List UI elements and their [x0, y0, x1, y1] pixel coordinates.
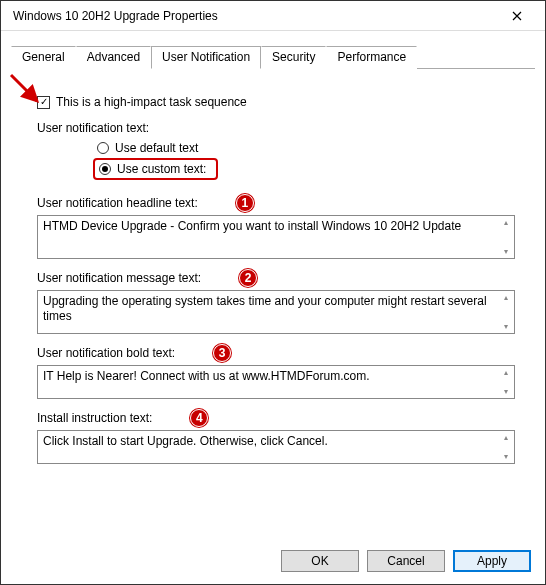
ok-button[interactable]: OK — [281, 550, 359, 572]
bold-textarea[interactable]: IT Help is Nearer! Connect with us at ww… — [37, 365, 515, 399]
install-text-value: Click Install to start Upgrade. Otherwis… — [38, 431, 497, 463]
window-title: Windows 10 20H2 Upgrade Properties — [13, 9, 497, 23]
install-label: Install instruction text: — [37, 411, 152, 425]
bold-text-value: IT Help is Nearer! Connect with us at ww… — [38, 366, 497, 398]
scroll-up-icon[interactable]: ▴ — [504, 293, 508, 302]
section-message: User notification message text: 2 Upgrad… — [37, 269, 515, 334]
badge-4: 4 — [190, 409, 208, 427]
tab-advanced[interactable]: Advanced — [76, 46, 151, 69]
titlebar: Windows 10 20H2 Upgrade Properties — [1, 1, 545, 31]
tab-security[interactable]: Security — [261, 46, 326, 69]
radio-default-text[interactable] — [97, 142, 109, 154]
section-bold: User notification bold text: 3 IT Help i… — [37, 344, 515, 399]
scroll-down-icon[interactable]: ▾ — [504, 322, 508, 331]
tab-general[interactable]: General — [11, 46, 76, 69]
scroll-down-icon[interactable]: ▾ — [504, 247, 508, 256]
radio-custom-text-label: Use custom text: — [117, 162, 206, 176]
scroll-up-icon[interactable]: ▴ — [504, 218, 508, 227]
cancel-button[interactable]: Cancel — [367, 550, 445, 572]
radio-custom-text[interactable] — [99, 163, 111, 175]
section-install: Install instruction text: 4 Click Instal… — [37, 409, 515, 464]
scroll-down-icon[interactable]: ▾ — [504, 387, 508, 396]
high-impact-label: This is a high-impact task sequence — [56, 95, 247, 109]
headline-text-value: HTMD Device Upgrade - Confirm you want t… — [38, 216, 497, 258]
headline-textarea[interactable]: HTMD Device Upgrade - Confirm you want t… — [37, 215, 515, 259]
badge-1: 1 — [236, 194, 254, 212]
annotation-arrow-icon — [9, 73, 43, 107]
scrollbar[interactable]: ▴ ▾ — [497, 291, 514, 333]
notification-text-heading: User notification text: — [37, 121, 515, 135]
radio-custom-text-highlight: Use custom text: — [93, 158, 218, 180]
high-impact-row: ✓ This is a high-impact task sequence — [37, 95, 515, 109]
tab-user-notification[interactable]: User Notification — [151, 46, 261, 69]
radio-default-text-label: Use default text — [115, 141, 198, 155]
scrollbar[interactable]: ▴ ▾ — [497, 216, 514, 258]
radio-dot-icon — [102, 166, 108, 172]
scrollbar[interactable]: ▴ ▾ — [497, 366, 514, 398]
message-label: User notification message text: — [37, 271, 201, 285]
tab-strip: General Advanced User Notification Secur… — [11, 45, 535, 69]
message-text-value: Upgrading the operating system takes tim… — [38, 291, 497, 333]
bold-label: User notification bold text: — [37, 346, 175, 360]
message-textarea[interactable]: Upgrading the operating system takes tim… — [37, 290, 515, 334]
dialog-window: Windows 10 20H2 Upgrade Properties Gener… — [0, 0, 546, 585]
close-button[interactable] — [497, 2, 537, 30]
headline-label: User notification headline text: — [37, 196, 198, 210]
radio-default-text-row: Use default text — [97, 141, 515, 155]
tab-performance[interactable]: Performance — [326, 46, 417, 69]
scroll-up-icon[interactable]: ▴ — [504, 433, 508, 442]
install-textarea[interactable]: Click Install to start Upgrade. Otherwis… — [37, 430, 515, 464]
section-headline: User notification headline text: 1 HTMD … — [37, 194, 515, 259]
scrollbar[interactable]: ▴ ▾ — [497, 431, 514, 463]
badge-3: 3 — [213, 344, 231, 362]
apply-button[interactable]: Apply — [453, 550, 531, 572]
scroll-up-icon[interactable]: ▴ — [504, 368, 508, 377]
tab-area: General Advanced User Notification Secur… — [1, 31, 545, 71]
close-icon — [512, 11, 522, 21]
tab-content: ✓ This is a high-impact task sequence Us… — [1, 71, 545, 474]
dialog-buttons: OK Cancel Apply — [281, 550, 531, 572]
badge-2: 2 — [239, 269, 257, 287]
scroll-down-icon[interactable]: ▾ — [504, 452, 508, 461]
